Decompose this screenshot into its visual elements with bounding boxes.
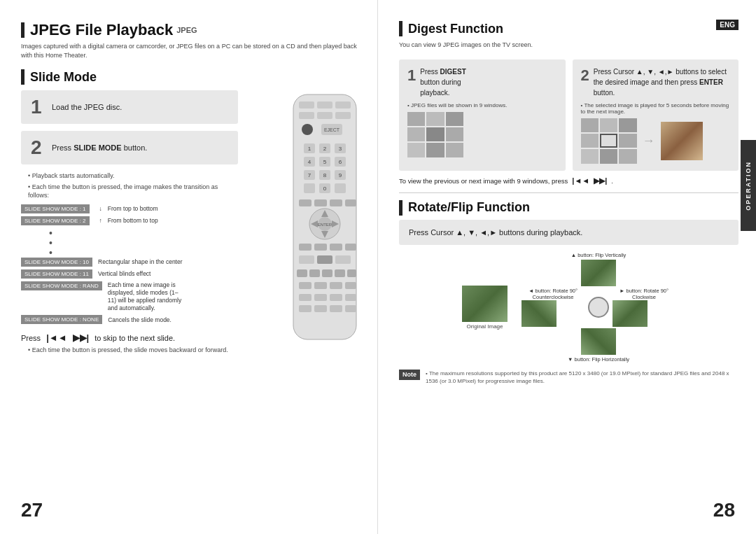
svg-rect-5 [317,112,332,119]
svg-rect-62 [345,294,356,301]
grid-cell [619,134,636,148]
grid-cell [581,149,598,163]
next-img-text-suffix: . [611,177,613,185]
digest-intro: You can view 9 JPEG images on the TV scr… [399,41,738,50]
grid-cell [619,149,636,163]
slide-mode-heading: Slide Mode [21,69,360,85]
digest-note2: • The selected image is played for 5 sec… [581,102,731,115]
slide-arrow-1: ↓ [94,205,102,212]
grid-cell [446,127,463,141]
svg-text:6: 6 [339,159,342,165]
right-label: ► button: Rotate 90° Clockwise [612,288,676,300]
svg-rect-2 [317,101,332,108]
slide-row-1: SLIDE SHOW MODE : 1 ↓ From top to bottom [21,204,238,213]
skip-note: Each time the button is pressed, the sli… [21,346,238,355]
svg-text:5: 5 [323,159,327,165]
digest-steps-container: 1 Press DIGESTbutton duringplayback. • J… [399,59,738,171]
slide-mode-content: 1 Load the JPEG disc. 2 Press SLIDE MODE… [21,90,360,357]
original-image-container: Original Image [462,286,507,330]
skip-suffix: to skip to the next slide. [94,334,175,342]
slide-label-10: SLIDE SHOW MODE : 10 [21,258,92,267]
note-text-content: The maximum resolutions supported by thi… [426,370,729,384]
left-label: ◄ button: Rotate 90° Counterclockwise [522,288,584,300]
svg-rect-57 [330,282,342,289]
svg-text:EJECT: EJECT [324,127,340,132]
top-label: ▲ button: Flip Vertically [522,252,676,258]
grid-cell [446,143,463,157]
slide-row-rand: SLIDE SHOW MODE : RAND Each time a new i… [21,281,238,312]
svg-text:3: 3 [339,146,342,152]
skip-prev-icon: |◄◄ [46,332,66,343]
remote-svg: EJECT 1 2 3 4 5 6 7 [286,91,363,343]
slide-dots: ••• [49,228,238,258]
page-container: JPEG File Playback JPEG Images captured … [0,0,756,534]
cat-image [661,122,703,160]
title-bar [21,22,24,38]
next-icon: ▶▶| [594,176,607,185]
original-label: Original Image [462,323,507,330]
slide-desc-2: From bottom to top [102,217,158,224]
svg-rect-47 [299,255,314,264]
next-img-text-prefix: To view the previous or next image with … [399,177,568,185]
slide-label-1: SLIDE SHOW MODE : 1 [21,204,90,213]
prev-icon: |◄◄ [572,176,589,185]
bullet1: Playback starts automatically. [21,171,238,181]
slide-mode-left: 1 Load the JPEG disc. 2 Press SLIDE MODE… [21,90,238,357]
slide-label-none: SLIDE SHOW MODE : NONE [21,315,102,324]
svg-rect-34 [330,199,342,206]
grid-cell [407,112,425,126]
svg-rect-53 [335,269,345,277]
main-title: JPEG File Playback [30,21,173,39]
slide-label-11: SLIDE SHOW MODE : 11 [21,269,92,279]
svg-text:8: 8 [323,172,327,178]
original-image [462,286,507,322]
svg-text:0: 0 [323,185,327,192]
left-image [522,300,556,327]
digest-step1-box: 1 Press DIGESTbutton duringplayback. • J… [399,59,566,171]
rotate-title: Rotate/Flip Function [408,200,530,215]
step1-text: Load the JPEG disc. [52,101,122,113]
rotate-right: ► button: Rotate 90° Clockwise [612,288,676,327]
slide-label-2: SLIDE SHOW MODE : 2 [21,216,90,225]
slide-arrow-2: ↑ [94,217,102,224]
intro-text: Images captured with a digital camera or… [21,42,360,59]
rotate-center-diagram: ▲ button: Flip Vertically ◄ button: Rota… [522,252,676,363]
digest-bold1: DIGEST [440,68,466,76]
slide-label-rand: SLIDE SHOW MODE : RAND [21,281,102,290]
svg-rect-58 [345,282,356,289]
skip-next-icon: ▶▶| [73,332,90,343]
bottom-label: ▼ button: Flip Horizontally [522,356,676,363]
digest-grid2 [581,118,637,164]
skip-prefix: Press [21,334,41,342]
svg-text:2: 2 [323,146,327,152]
digest-note1: • JPEG files will be shown in 9 windows. [407,102,557,108]
note-text: • The maximum resolutions supported by t… [426,370,738,385]
svg-rect-61 [330,294,342,301]
svg-rect-56 [314,282,327,289]
svg-rect-52 [322,269,332,277]
svg-text:ENTER: ENTER [318,223,332,227]
digest-bar [399,21,402,36]
svg-rect-50 [297,269,307,277]
left-page: JPEG File Playback JPEG Images captured … [0,0,378,534]
slide-desc-1: From top to bottom [102,205,158,212]
next-image-line: To view the previous or next image with … [399,176,738,185]
svg-rect-30 [304,183,315,193]
svg-rect-1 [299,101,314,108]
main-title-heading: JPEG File Playback JPEG [21,21,360,39]
svg-rect-60 [314,294,327,301]
grid-cell [446,112,463,126]
grid-cell [407,127,425,141]
rotate-diagram: Original Image ▲ button: Flip Vertically… [399,252,738,363]
digest-step1-text: Press DIGESTbutton duringplayback. [420,66,466,98]
digest-step1-number: 1 [407,66,416,85]
svg-rect-64 [314,305,327,312]
digest-grid [407,112,463,157]
svg-rect-63 [299,305,312,312]
slide-desc-rand: Each time a new image is displayed, slid… [102,281,186,312]
step2-bold: SLIDE MODE [74,143,121,152]
rotate-top: ▲ button: Flip Vertically [522,252,676,286]
grid-cell [581,134,598,148]
digest-bold2: ENTER [699,78,723,86]
operation-sidebar: OPERATION [741,140,756,231]
